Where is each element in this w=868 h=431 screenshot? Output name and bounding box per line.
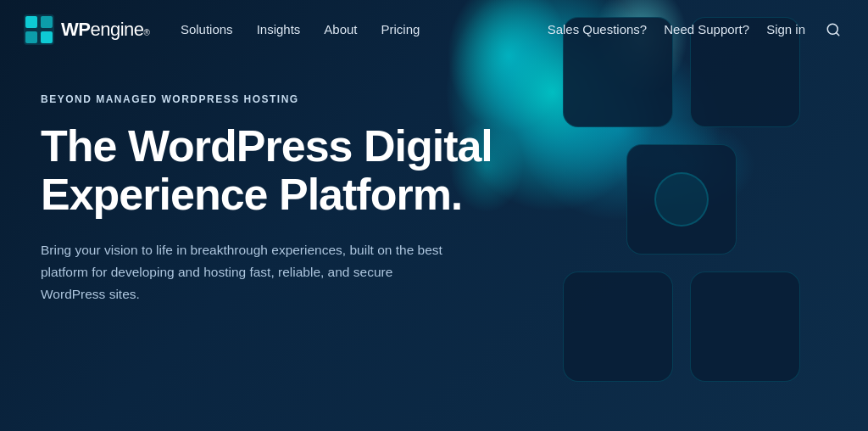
svg-rect-1 [25, 16, 37, 28]
nav-item-support: Need Support? [664, 22, 749, 37]
search-icon [826, 22, 841, 37]
nav-link-sales[interactable]: Sales Questions? [548, 22, 648, 36]
nav-item-sales: Sales Questions? [548, 22, 648, 37]
logo-text: WP engine ® [61, 19, 150, 41]
page-wrapper: WP engine ® Solutions Insights About Pri… [0, 0, 868, 431]
hex-tile-3 [626, 144, 737, 255]
nav-link-pricing[interactable]: Pricing [381, 22, 420, 36]
hex-tile-5 [690, 271, 800, 382]
logo-icon [24, 14, 54, 45]
logo-registered: ® [144, 28, 150, 37]
nav-links-right: Sales Questions? Need Support? Sign in [548, 22, 805, 37]
navbar-right: Sales Questions? Need Support? Sign in [548, 19, 844, 41]
nav-item-pricing: Pricing [381, 22, 420, 37]
nav-link-about[interactable]: About [324, 22, 357, 36]
hex-grid [529, 8, 817, 365]
svg-rect-2 [41, 16, 53, 28]
hero-title: The WordPress Digital Experience Platfor… [41, 122, 509, 219]
nav-item-signin: Sign in [766, 22, 805, 37]
nav-item-insights: Insights [257, 22, 301, 37]
hero-section: BEYOND MANAGED WORDPRESS HOSTING The Wor… [0, 59, 509, 305]
svg-line-6 [836, 32, 838, 35]
svg-rect-4 [41, 31, 53, 43]
hero-subtitle: Bring your vision to life in breakthroug… [41, 239, 448, 305]
nav-link-insights[interactable]: Insights [257, 22, 301, 36]
nav-item-about: About [324, 22, 357, 37]
nav-link-support[interactable]: Need Support? [664, 22, 749, 36]
nav-item-solutions: Solutions [181, 22, 233, 37]
navbar: WP engine ® Solutions Insights About Pri… [0, 0, 868, 59]
hero-eyebrow: BEYOND MANAGED WORDPRESS HOSTING [41, 93, 509, 105]
nav-link-signin[interactable]: Sign in [766, 22, 805, 36]
logo-wp: WP [61, 19, 90, 41]
logo-link[interactable]: WP engine ® [24, 14, 150, 45]
hex-tile-4 [563, 271, 673, 382]
search-button[interactable] [822, 19, 844, 41]
navbar-left: WP engine ® Solutions Insights About Pri… [24, 14, 420, 45]
svg-rect-3 [25, 31, 37, 43]
logo-engine: engine [90, 19, 143, 41]
nav-links-left: Solutions Insights About Pricing [181, 22, 420, 37]
nav-link-solutions[interactable]: Solutions [181, 22, 233, 36]
